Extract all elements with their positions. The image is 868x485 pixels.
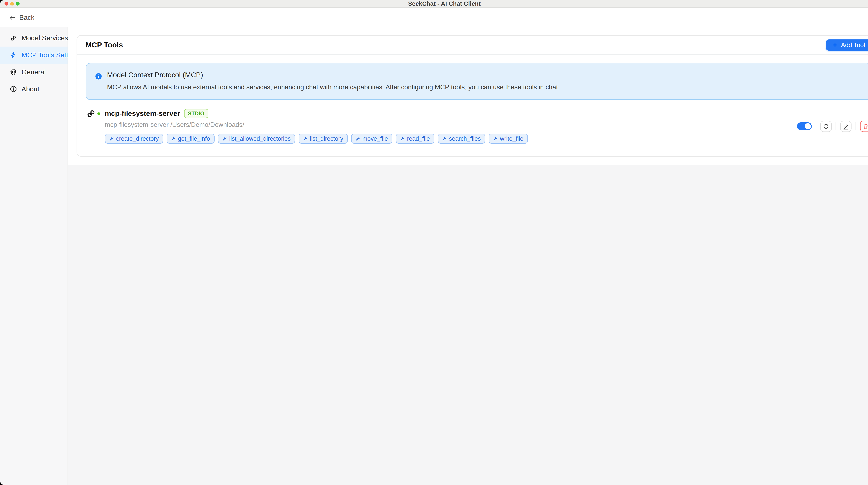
wrench-icon	[303, 136, 308, 141]
alert-description: MCP allows AI models to use external too…	[107, 83, 560, 91]
refresh-icon	[823, 123, 829, 130]
tool-tag-label: create_directory	[116, 135, 159, 142]
main-content: MCP Tools Add Tool	[68, 27, 868, 485]
control-divider	[816, 122, 816, 130]
enable-toggle[interactable]	[797, 122, 812, 130]
thunderbolt-icon	[10, 51, 17, 59]
wrench-icon	[442, 136, 447, 141]
wrench-icon	[110, 136, 114, 141]
sidebar-item-label: General	[22, 68, 45, 76]
sidebar-item-general[interactable]: General	[0, 64, 67, 81]
back-label: Back	[19, 14, 34, 21]
page-title: MCP Tools	[86, 41, 123, 49]
tool-tag[interactable]: search_files	[438, 134, 485, 144]
mcp-tools-section: MCP Tools Add Tool	[68, 27, 868, 165]
add-tool-button[interactable]: Add Tool	[826, 39, 868, 51]
server-type-badge: STDIO	[184, 109, 208, 118]
sidebar-item-model-services[interactable]: Model Services	[0, 30, 67, 47]
tool-tag[interactable]: read_file	[396, 134, 434, 144]
back-arrow-icon	[8, 14, 16, 21]
back-button[interactable]: Back	[8, 14, 34, 21]
control-divider	[856, 122, 856, 130]
info-icon	[95, 72, 102, 78]
refresh-button[interactable]	[820, 121, 832, 132]
sidebar-item-label: Model Services	[22, 34, 68, 42]
wrench-icon	[171, 136, 176, 141]
window-title: SeekChat - AI Chat Client	[0, 0, 868, 7]
server-tools-list: create_directory get_file_info list_allo…	[105, 134, 790, 144]
wrench-icon	[400, 136, 405, 141]
tool-tag-label: list_allowed_directories	[229, 135, 290, 142]
edit-button[interactable]	[840, 121, 851, 132]
server-info: mcp-filesystem-server STDIO mcp-filesyst…	[105, 109, 790, 144]
edit-pencil-icon	[842, 123, 849, 130]
card-header: MCP Tools Add Tool	[77, 36, 868, 55]
wrench-icon	[222, 136, 227, 141]
server-name: mcp-filesystem-server	[105, 109, 180, 118]
api-icon	[86, 108, 96, 119]
tool-tag-label: search_files	[449, 135, 481, 142]
app-window: SeekChat - AI Chat Client Back	[0, 0, 868, 485]
card-body: Model Context Protocol (MCP) MCP allows …	[77, 55, 868, 156]
add-tool-label: Add Tool	[841, 41, 865, 49]
mcp-info-alert: Model Context Protocol (MCP) MCP allows …	[86, 63, 868, 100]
settings-sidebar: Model Services MCP Tools Settin...	[0, 27, 68, 485]
window-titlebar: SeekChat - AI Chat Client	[0, 0, 868, 8]
control-divider	[836, 122, 836, 130]
content-empty-area	[68, 165, 868, 485]
info-circle-icon	[10, 85, 17, 93]
tool-tag[interactable]: list_allowed_directories	[218, 134, 295, 144]
tool-tag-label: read_file	[407, 135, 430, 142]
wrench-icon	[355, 136, 360, 141]
alert-content: Model Context Protocol (MCP) MCP allows …	[107, 71, 560, 91]
tool-tag-label: move_file	[363, 135, 388, 142]
mcp-server-item: mcp-filesystem-server STDIO mcp-filesyst…	[86, 109, 868, 144]
tool-tag-label: write_file	[500, 135, 523, 142]
sidebar-item-label: About	[22, 85, 39, 93]
tool-tag[interactable]: write_file	[489, 134, 528, 144]
sidebar-item-mcp-tools-settings[interactable]: MCP Tools Settin...	[0, 47, 67, 64]
server-icon-wrap	[86, 108, 105, 121]
alert-title: Model Context Protocol (MCP)	[107, 71, 560, 79]
trash-icon	[862, 123, 868, 130]
mcp-tools-card: MCP Tools Add Tool	[76, 35, 868, 157]
toggle-knob	[805, 123, 811, 130]
status-connected-dot	[97, 112, 100, 115]
gear-icon	[10, 68, 17, 76]
tool-tag[interactable]: create_directory	[105, 134, 163, 144]
back-bar: Back	[0, 8, 868, 27]
wrench-icon	[493, 136, 498, 141]
delete-button[interactable]	[860, 121, 868, 132]
server-controls	[790, 121, 868, 132]
server-command: mcp-filesystem-server /Users/Demo/Downlo…	[105, 121, 790, 129]
sidebar-item-about[interactable]: About	[0, 81, 67, 97]
tool-tag[interactable]: get_file_info	[167, 134, 215, 144]
tool-tag-label: list_directory	[310, 135, 343, 142]
plus-icon	[832, 42, 838, 48]
api-icon	[10, 34, 17, 42]
tool-tag-label: get_file_info	[178, 135, 210, 142]
tool-tag[interactable]: list_directory	[299, 134, 348, 144]
tool-tag[interactable]: move_file	[351, 134, 393, 144]
